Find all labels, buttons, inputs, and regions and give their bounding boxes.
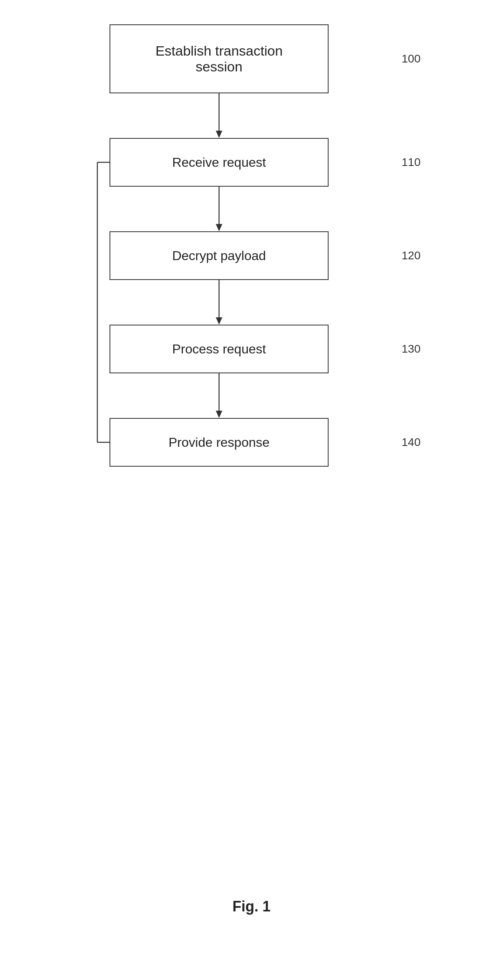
node-110-step: 110 xyxy=(402,156,421,169)
svg-marker-1 xyxy=(216,131,222,138)
figure-label: Fig. 1 xyxy=(232,898,271,915)
node-130-label: Process request xyxy=(172,342,266,357)
node-140-label: Provide response xyxy=(168,435,269,450)
svg-marker-7 xyxy=(216,411,222,418)
node-140-box: Provide response xyxy=(110,418,329,467)
diagram-container: Establish transaction session 100 Receiv… xyxy=(0,24,503,467)
svg-marker-3 xyxy=(216,224,222,231)
node-140-step: 140 xyxy=(402,436,421,449)
node-110-label: Receive request xyxy=(172,155,266,170)
node-120-box: Decrypt payload xyxy=(110,231,329,280)
node-110-box: Receive request xyxy=(110,138,329,187)
node-130-box: Process request xyxy=(110,325,329,373)
svg-marker-5 xyxy=(216,317,222,325)
node-140-container: Provide response 140 xyxy=(110,418,393,467)
node-100-step: 100 xyxy=(402,52,421,65)
node-130-step: 130 xyxy=(402,342,421,355)
node-100-container: Establish transaction session 100 xyxy=(110,24,393,93)
node-130-container: Process request 130 xyxy=(110,325,393,373)
diagram-inner: Establish transaction session 100 Receiv… xyxy=(110,24,393,467)
node-120-label: Decrypt payload xyxy=(172,248,266,263)
node-100-label: Establish transaction session xyxy=(155,43,283,75)
node-110-container: Receive request 110 xyxy=(110,138,393,187)
node-120-container: Decrypt payload 120 xyxy=(110,231,393,280)
node-100-box: Establish transaction session xyxy=(110,24,329,93)
node-120-step: 120 xyxy=(402,249,421,262)
